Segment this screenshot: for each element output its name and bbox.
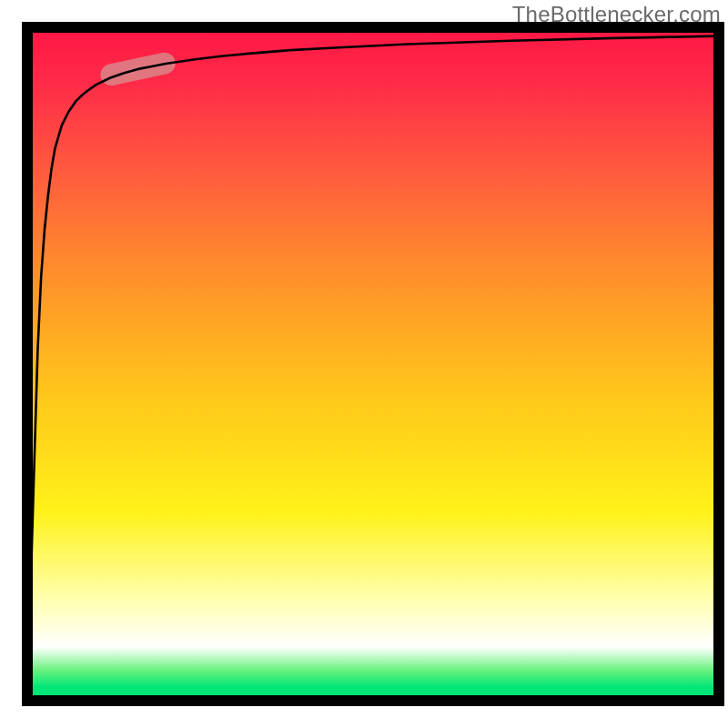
- chart-stage: TheBottlenecker.com: [0, 0, 728, 728]
- plot-background: [27, 27, 719, 701]
- bottleneck-chart: [0, 0, 728, 728]
- watermark-text: TheBottlenecker.com: [512, 2, 721, 27]
